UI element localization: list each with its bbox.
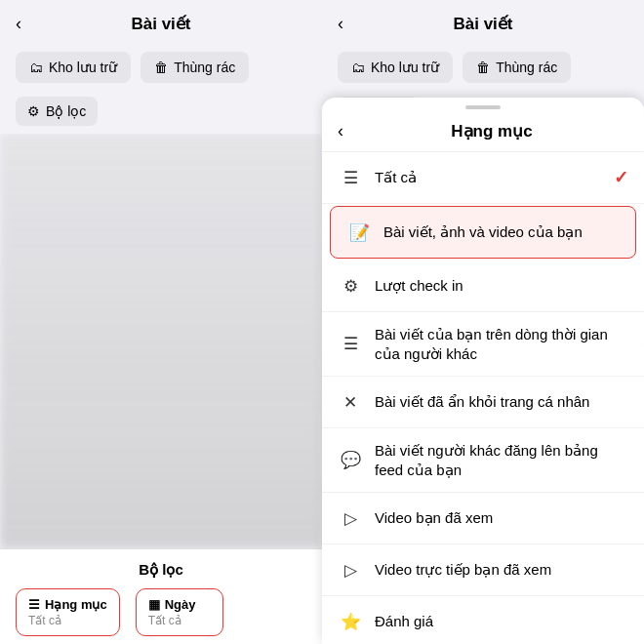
left-filter-button[interactable]: ⚙ Bộ lọc bbox=[16, 97, 98, 126]
archive-icon: 🗂 bbox=[29, 60, 43, 75]
live-video-text: Video trực tiếp bạn đã xem bbox=[375, 560, 628, 580]
sheet-item-review[interactable]: ⭐ Đánh giá bbox=[322, 596, 644, 644]
date-filter-item[interactable]: ▦ Ngày Tất cả bbox=[136, 588, 223, 636]
right-trash-icon: 🗑 bbox=[476, 60, 490, 75]
sheet-item-posts[interactable]: 📝 Bài viết, ảnh và video của bạn bbox=[330, 206, 636, 259]
check-icon: ✓ bbox=[614, 167, 628, 188]
date-filter-label: ▦ Ngày bbox=[148, 597, 211, 612]
sheet-item-watched-video[interactable]: ▷ Video bạn đã xem bbox=[322, 493, 644, 544]
archive-label: Kho lưu trữ bbox=[49, 60, 117, 75]
left-toolbar: 🗂 Kho lưu trữ 🗑 Thùng rác bbox=[0, 44, 322, 91]
checkin-icon: ⚙ bbox=[338, 273, 363, 299]
category-sheet: ‹ Hạng mục ☰ Tất cả ✓ 📝 Bài viết, ảnh và… bbox=[322, 98, 644, 644]
right-archive-icon: 🗂 bbox=[351, 60, 365, 75]
right-toolbar: 🗂 Kho lưu trữ 🗑 Thùng rác bbox=[322, 44, 644, 91]
sheet-item-hidden[interactable]: ✕ Bài viết đã ẩn khỏi trang cá nhân bbox=[322, 377, 644, 428]
category-filter-item[interactable]: ☰ Hạng mục Tất cả bbox=[16, 588, 120, 636]
posts-icon: 📝 bbox=[346, 220, 372, 245]
timeline-icon: ☰ bbox=[338, 332, 363, 357]
right-title: Bài viết bbox=[453, 14, 512, 34]
right-archive-button[interactable]: 🗂 Kho lưu trữ bbox=[338, 52, 453, 83]
posts-text: Bài viết, ảnh và video của bạn bbox=[383, 222, 620, 242]
right-header: ‹ Bài viết bbox=[322, 0, 644, 44]
sheet-item-checkin[interactable]: ⚙ Lượt check in bbox=[322, 261, 644, 312]
sheet-item-live-video[interactable]: ▷ Video trực tiếp bạn đã xem bbox=[322, 544, 644, 596]
sheet-header: ‹ Hạng mục bbox=[322, 109, 644, 152]
right-panel: ‹ Bài viết 🗂 Kho lưu trữ 🗑 Thùng rác ⚙ B… bbox=[322, 0, 644, 644]
others-posts-text: Bài viết người khác đăng lên bảng feed c… bbox=[375, 441, 628, 479]
review-icon: ⭐ bbox=[338, 609, 363, 634]
left-back-button[interactable]: ‹ bbox=[16, 14, 21, 34]
list-icon: ☰ bbox=[28, 597, 40, 612]
category-filter-value: Tất cả bbox=[28, 614, 107, 627]
left-title: Bài viết bbox=[131, 14, 190, 34]
hidden-icon: ✕ bbox=[338, 389, 363, 415]
left-bottom-panel: Bộ lọc ☰ Hạng mục Tất cả ▦ Ngày Tất cả bbox=[0, 548, 322, 644]
left-content-area bbox=[0, 134, 322, 548]
watched-video-text: Video bạn đã xem bbox=[375, 508, 628, 528]
grid-icon: ▦ bbox=[148, 597, 160, 612]
checkin-text: Lượt check in bbox=[375, 276, 628, 296]
trash-icon: 🗑 bbox=[154, 60, 168, 75]
left-panel: ‹ Bài viết 🗂 Kho lưu trữ 🗑 Thùng rác ⚙ B… bbox=[0, 0, 322, 644]
bottom-filter-items: ☰ Hạng mục Tất cả ▦ Ngày Tất cả bbox=[16, 588, 306, 636]
right-back-button[interactable]: ‹ bbox=[338, 14, 343, 34]
blurred-content bbox=[0, 134, 322, 548]
sheet-item-timeline[interactable]: ☰ Bài viết của bạn trên dòng thời gian c… bbox=[322, 312, 644, 377]
others-posts-icon: 💬 bbox=[338, 448, 363, 473]
trash-button[interactable]: 🗑 Thùng rác bbox=[141, 52, 249, 83]
right-trash-label: Thùng rác bbox=[496, 60, 557, 75]
sheet-back-button[interactable]: ‹ bbox=[338, 121, 343, 141]
trash-label: Thùng rác bbox=[174, 60, 235, 75]
filter-icon: ⚙ bbox=[27, 103, 40, 119]
bottom-filter-title: Bộ lọc bbox=[16, 561, 306, 579]
right-archive-label: Kho lưu trữ bbox=[371, 60, 439, 75]
review-text: Đánh giá bbox=[375, 612, 628, 631]
sheet-title: Hạng mục bbox=[355, 121, 628, 141]
filter-label: Bộ lọc bbox=[46, 103, 86, 119]
date-filter-value: Tất cả bbox=[148, 614, 211, 627]
sheet-item-all[interactable]: ☰ Tất cả ✓ bbox=[322, 152, 644, 204]
all-text: Tất cả bbox=[375, 168, 614, 187]
timeline-text: Bài viết của bạn trên dòng thời gian của… bbox=[375, 325, 628, 363]
category-filter-label: ☰ Hạng mục bbox=[28, 597, 107, 612]
left-header: ‹ Bài viết bbox=[0, 0, 322, 44]
watched-video-icon: ▷ bbox=[338, 505, 363, 531]
hidden-text: Bài viết đã ẩn khỏi trang cá nhân bbox=[375, 392, 628, 412]
sheet-item-others-posts[interactable]: 💬 Bài viết người khác đăng lên bảng feed… bbox=[322, 428, 644, 493]
right-trash-button[interactable]: 🗑 Thùng rác bbox=[463, 52, 571, 83]
all-icon: ☰ bbox=[338, 165, 363, 190]
archive-button[interactable]: 🗂 Kho lưu trữ bbox=[16, 52, 131, 83]
live-video-icon: ▷ bbox=[338, 557, 363, 583]
left-filter-row: ⚙ Bộ lọc bbox=[0, 91, 322, 134]
